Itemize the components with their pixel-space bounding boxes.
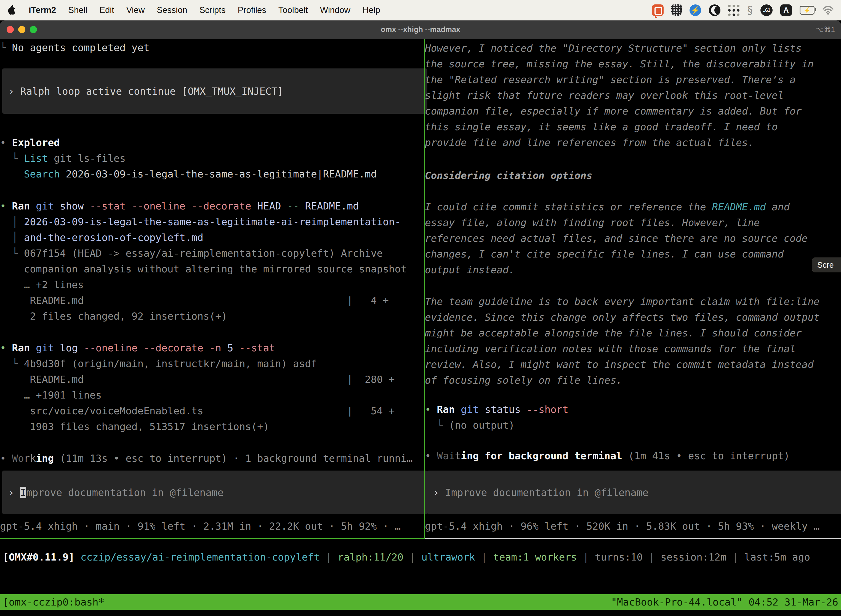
screen-overlay-button[interactable]: Scre [812,258,841,273]
menu-item-iterm2[interactable]: iTerm2 [29,5,56,15]
model-status-right: gpt-5.4 xhigh · 96% left · 520K in · 5.8… [425,518,841,534]
pane-border-bottom-left [0,538,425,539]
explored-section: • Explored └ List git ls-files Search 20… [0,135,429,182]
omx-status-line: [OMX#0.11.9] cczip/essay/ai-reimplementa… [0,549,841,565]
thinking-paragraph-2: I could cite commit statistics or refere… [425,199,841,278]
wifi-icon[interactable] [822,6,834,15]
tmux-session-label: [omx-cczip0:bash* [3,596,104,608]
apple-menu-icon[interactable] [7,5,16,16]
battery-icon[interactable]: ⚡ [800,6,815,15]
git-show-section: • Ran git show --stat --oneline --decora… [0,198,429,324]
menu-item-scripts[interactable]: Scripts [199,5,226,15]
ralph-loop-banner: › Ralph loop active continue [OMX_TMUX_I… [2,69,428,114]
git-log-section: • Ran git log --oneline --decorate -n 5 … [0,340,429,434]
menu-item-session[interactable]: Session [157,5,187,15]
window-shortcut-badge: ⌥⌘1 [816,21,835,39]
menu-bar: iTerm2ShellEditViewSessionScriptsProfile… [0,0,841,21]
a-badge-icon[interactable]: A [780,4,792,16]
turns-count: turns:10 [595,551,643,563]
terminal-pane-left[interactable]: └ No agents completed yet › Ralph loop a… [0,39,429,538]
window-title: omx --xhigh --madmax [0,21,841,39]
thinking-paragraph-3: The team guideline is to back every impo… [425,294,841,388]
title-bar: omx --xhigh --madmax ⌥⌘1 [0,21,841,39]
prompt-input-left[interactable]: › Improve documentation in @filename [2,471,428,514]
menu-item-edit[interactable]: Edit [99,5,114,15]
thinking-heading: Considering citation options [425,167,841,183]
terminal-pane-right[interactable]: However, I noticed the "Directory Struct… [425,39,841,538]
menu-items: iTerm2ShellEditViewSessionScriptsProfile… [29,5,380,15]
menu-item-view[interactable]: View [126,5,145,15]
menu-item-window[interactable]: Window [320,5,350,15]
git-status-section: • Ran git status --short └ (no output) [425,402,841,433]
pane-border-bottom-right [425,538,841,539]
desktop-screen: iTerm2ShellEditViewSessionScriptsProfile… [0,0,841,616]
model-status-left: gpt-5.4 xhigh · main · 91% left · 2.31M … [0,518,429,534]
blue-bolt-icon[interactable]: ⚡ [690,4,701,16]
menu-item-help[interactable]: Help [363,5,380,15]
dots-grid-icon[interactable] [728,5,740,16]
agents-status-line: └ No agents completed yet [0,40,429,56]
iterm-window: omx --xhigh --madmax ⌥⌘1 └ No agents com… [0,21,841,616]
team-workers: team:1 workers [493,551,577,563]
menu-item-profiles[interactable]: Profiles [237,5,266,15]
tmux-status-bar: [omx-cczip0:bash* "MacBook-Pro-44.local"… [0,594,841,610]
thinking-paragraph-1: However, I noticed the "Directory Struct… [425,40,841,150]
keypad-shield-icon[interactable] [671,4,682,16]
ultrawork-mode: ultrawork [421,551,475,563]
session-duration: session:12m [661,551,726,563]
percent-badge-icon[interactable]: ..61 [760,4,772,16]
omx-worktree: cczip/essay/ai-reimplementation-copyleft [75,551,320,563]
working-status-line: • Working (11m 13s • esc to interrupt) ·… [0,450,429,466]
hook-icon[interactable]: § [747,4,753,16]
tmux-host-clock: "MacBook-Pro-44.local" 04:52 31-Mar-26 [611,596,838,608]
chat-app-icon[interactable] [652,4,664,16]
omx-version: [OMX#0.11.9] [3,551,75,563]
last-activity: last:5m ago [744,551,810,563]
menu-item-shell[interactable]: Shell [68,5,87,15]
crescent-icon[interactable] [709,4,721,16]
pane-divider[interactable] [424,39,425,538]
prompt-input-right[interactable]: › Improve documentation in @filename [427,471,841,514]
menu-item-toolbelt[interactable]: Toolbelt [278,5,308,15]
ralph-progress: ralph:11/20 [338,551,403,563]
waiting-status-line: • Waiting for background terminal (1m 41… [425,448,841,463]
